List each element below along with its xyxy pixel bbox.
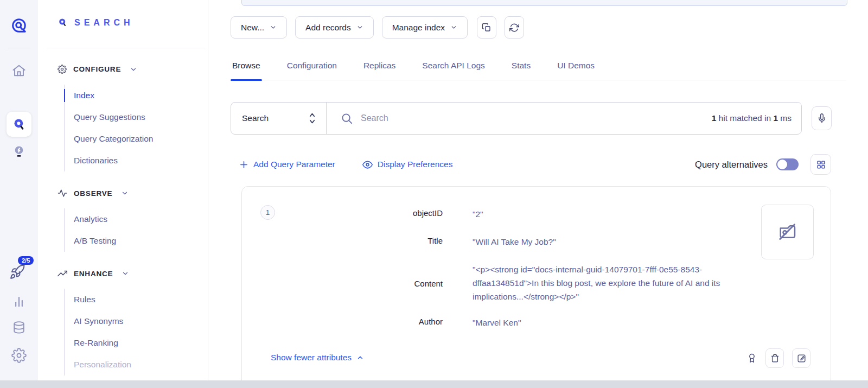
tab-search-api-logs[interactable]: Search API Logs <box>420 56 486 80</box>
manage-index-button[interactable]: Manage index <box>382 16 468 39</box>
delete-record-button[interactable] <box>765 348 784 368</box>
sidebar-item-re-ranking[interactable]: Re-Ranking <box>65 332 131 354</box>
copy-index-button[interactable] <box>477 16 496 39</box>
microphone-icon <box>817 113 827 123</box>
copy-icon <box>482 23 492 33</box>
new-button-label: New... <box>241 23 264 33</box>
attribute-row: Title "Will AI Take My Job?" <box>242 235 790 249</box>
grid-icon <box>816 160 826 169</box>
rail-divider <box>8 48 30 48</box>
query-alternatives-toggle[interactable] <box>776 158 799 170</box>
nav-divider <box>47 48 205 48</box>
tab-browse[interactable]: Browse <box>231 56 262 80</box>
sidebar-item-personalization[interactable]: Personalization <box>65 354 131 376</box>
attribute-row: objectID "2" <box>242 207 790 221</box>
query-alternatives-label: Query alternatives <box>695 160 768 170</box>
voice-search-button[interactable] <box>812 106 832 130</box>
attribute-name: Content <box>242 278 443 288</box>
refresh-button[interactable] <box>505 16 524 39</box>
attribute-row: Content "<p><strong id="docs-internal-gu… <box>242 263 790 303</box>
search-mode-value: Search <box>242 113 269 123</box>
algolia-logo[interactable] <box>11 17 27 34</box>
enhance-menu: Rules AI Synonyms Re-Ranking Personaliza… <box>64 289 131 376</box>
record-image-placeholder[interactable] <box>761 205 814 259</box>
show-fewer-attributes-link[interactable]: Show fewer attributes <box>271 353 364 362</box>
chevron-up-icon <box>356 354 364 361</box>
index-selector-partial[interactable] <box>241 0 847 6</box>
product-title: SEARCH <box>74 18 134 28</box>
new-button[interactable]: New... <box>231 16 287 39</box>
sidebar-item-index[interactable]: Index <box>65 85 153 106</box>
section-configure[interactable]: CONFIGURE <box>58 65 137 74</box>
enhance-trending-icon <box>58 269 67 278</box>
rocket-icon[interactable] <box>9 264 25 280</box>
tab-configuration[interactable]: Configuration <box>285 56 339 80</box>
layout-grid-button[interactable] <box>810 154 831 175</box>
add-records-button[interactable]: Add records <box>295 16 374 39</box>
tab-stats[interactable]: Stats <box>510 56 532 80</box>
tab-ui-demos[interactable]: UI Demos <box>556 56 596 80</box>
sidebar-item-ai-synonyms[interactable]: AI Synonyms <box>65 310 131 332</box>
tab-replicas[interactable]: Replicas <box>362 56 397 80</box>
sidebar-item-analytics[interactable]: Analytics <box>65 208 116 230</box>
eye-icon <box>362 160 373 170</box>
search-box: Search 1 hit matched in 1 ms <box>231 102 802 135</box>
manage-index-label: Manage index <box>392 23 445 33</box>
sidebar-item-rules[interactable]: Rules <box>65 289 131 310</box>
select-updown-icon <box>308 111 316 125</box>
home-icon[interactable] <box>11 63 27 78</box>
sidebar-item-ab-testing[interactable]: A/B Testing <box>65 230 116 252</box>
index-tabs: Browse Configuration Replicas Search API… <box>231 56 846 80</box>
query-options-right: Query alternatives <box>695 154 831 175</box>
search-mode-select[interactable]: Search <box>231 103 327 134</box>
section-enhance[interactable]: ENHANCE <box>58 269 129 278</box>
observe-activity-icon <box>58 188 67 198</box>
sidebar-item-dictionaries[interactable]: Dictionaries <box>65 150 153 171</box>
main-content: New... Add records Manage index <box>208 0 868 388</box>
edit-record-button[interactable] <box>792 348 810 368</box>
section-enhance-label: ENHANCE <box>74 270 113 278</box>
attribute-name: Title <box>242 235 443 245</box>
configure-gear-icon <box>58 65 67 74</box>
search-product-glyph <box>58 17 68 28</box>
add-query-parameter-label: Add Query Parameter <box>253 160 335 169</box>
chevron-down-icon <box>122 270 129 277</box>
attribute-name: Author <box>242 316 443 326</box>
sidebar-item-query-categorization[interactable]: Query Categorization <box>65 128 153 150</box>
index-toolbar: New... Add records Manage index <box>231 16 524 39</box>
query-options-row: Add Query Parameter Display Preferences … <box>239 154 831 175</box>
sidebar-item-query-suggestions[interactable]: Query Suggestions <box>65 106 153 128</box>
settings-gear-icon[interactable] <box>11 348 27 363</box>
bottom-window-edge <box>0 380 868 388</box>
search-input-wrap: 1 hit matched in 1 ms <box>327 103 801 134</box>
recommend-bulb-icon[interactable] <box>11 144 27 159</box>
pin-award-icon[interactable] <box>746 353 757 364</box>
show-fewer-label: Show fewer attributes <box>271 353 352 362</box>
database-icon[interactable] <box>11 320 27 335</box>
record-attributes: objectID "2" Title "Will AI Take My Job?… <box>242 203 790 329</box>
section-observe-label: OBSERVE <box>74 189 112 198</box>
rocket-progress-badge: 2/5 <box>18 256 34 265</box>
display-preferences-link[interactable]: Display Preferences <box>362 160 453 170</box>
toggle-knob <box>777 160 787 169</box>
edit-icon <box>797 354 806 363</box>
plus-icon <box>239 160 248 169</box>
observe-menu: Analytics A/B Testing <box>64 208 116 252</box>
chevron-down-icon <box>356 24 363 31</box>
product-header: SEARCH <box>58 17 134 28</box>
product-sidebar: SEARCH CONFIGURE Index Query Suggestions… <box>38 0 208 388</box>
attribute-value: "Marvel Ken" <box>473 316 765 329</box>
search-input[interactable] <box>361 113 704 123</box>
analytics-chart-icon[interactable] <box>11 294 27 309</box>
app-icon-rail: 2/5 <box>0 0 38 388</box>
add-query-parameter-link[interactable]: Add Query Parameter <box>239 160 335 169</box>
attribute-row: Author "Marvel Ken" <box>242 316 790 329</box>
search-row: Search 1 hit matched in 1 ms <box>231 102 832 135</box>
search-product-icon[interactable] <box>7 112 31 137</box>
record-actions <box>746 348 810 368</box>
section-observe[interactable]: OBSERVE <box>58 188 129 198</box>
attribute-value: "Will AI Take My Job?" <box>473 235 765 249</box>
attribute-value: "<p><strong id="docs-internal-guid-14079… <box>473 263 765 303</box>
camera-off-icon <box>777 221 799 243</box>
section-configure-label: CONFIGURE <box>73 65 121 73</box>
